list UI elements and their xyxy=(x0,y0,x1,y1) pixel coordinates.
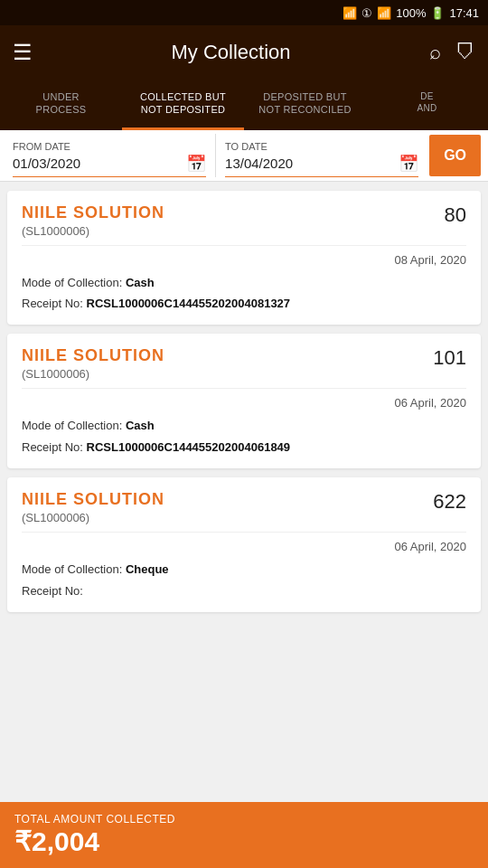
card-mode: Mode of Collection: Cheque xyxy=(22,559,466,580)
status-bar: 📶 ① 📶 100% 🔋 17:41 xyxy=(0,0,488,25)
card-amount: 101 xyxy=(433,346,466,370)
total-label: TOTAL AMOUNT COLLECTED xyxy=(14,813,474,826)
card-amount: 80 xyxy=(445,203,466,227)
date-divider xyxy=(215,134,216,177)
tab-under-process-label: UNDERPROCESS xyxy=(36,91,87,115)
card-date: 06 April, 2020 xyxy=(22,540,466,553)
sim-icon: ① xyxy=(361,6,372,20)
mode-value: Cash xyxy=(126,276,155,289)
card-receipt: Receipt No: RCSL1000006C1444552020040618… xyxy=(22,437,466,458)
filter-button[interactable]: ⛉ xyxy=(455,41,475,64)
from-date-input-row: 01/03/2020 📅 xyxy=(13,154,206,177)
footer-total: TOTAL AMOUNT COLLECTED ₹2,004 xyxy=(0,802,488,868)
time-display: 17:41 xyxy=(449,6,479,20)
search-icon: ⌕ xyxy=(429,41,441,63)
receipt-value: RCSL1000006C144455202004081327 xyxy=(87,297,291,310)
battery-icon: 🔋 xyxy=(430,6,445,20)
from-date-calendar-icon[interactable]: 📅 xyxy=(186,154,206,174)
to-date-input-row: 13/04/2020 📅 xyxy=(225,154,418,177)
card-mode: Mode of Collection: Cash xyxy=(22,272,466,293)
tab-collected-not-deposited[interactable]: COLLECTED BUTNOT DEPOSITED xyxy=(122,80,244,130)
from-date-group: FROM DATE 01/03/2020 📅 xyxy=(7,130,211,181)
collection-card: NIILE SOLUTION (SL1000006) 80 08 April, … xyxy=(7,191,481,326)
go-button[interactable]: GO xyxy=(429,135,481,176)
filter-icon: ⛉ xyxy=(455,41,475,63)
collection-card: NIILE SOLUTION (SL1000006) 622 06 April,… xyxy=(7,477,481,612)
card-date: 06 April, 2020 xyxy=(22,396,466,410)
app-header: ☰ My Collection ⌕ ⛉ xyxy=(0,25,488,80)
to-date-calendar-icon[interactable]: 📅 xyxy=(399,154,418,174)
tab-bar: UNDERPROCESS COLLECTED BUTNOT DEPOSITED … xyxy=(0,80,488,130)
wifi-icon: 📶 xyxy=(343,6,357,20)
card-divider xyxy=(22,245,466,246)
hamburger-icon: ☰ xyxy=(13,40,33,64)
total-amount: ₹2,004 xyxy=(14,826,474,857)
tab-under-process[interactable]: UNDERPROCESS xyxy=(0,80,122,130)
header-actions: ⌕ ⛉ xyxy=(429,41,475,64)
collection-card: NIILE SOLUTION (SL1000006) 101 06 April,… xyxy=(7,334,481,468)
card-amount: 622 xyxy=(433,490,466,514)
tab-deposited-not-reconciled[interactable]: DEPOSITED BUTNOT RECONCILED xyxy=(244,80,366,130)
mode-value: Cheque xyxy=(126,562,169,576)
cards-list: NIILE SOLUTION (SL1000006) 80 08 April, … xyxy=(0,182,488,684)
tab-collected-label: COLLECTED BUTNOT DEPOSITED xyxy=(140,91,226,115)
signal-icon: 📶 xyxy=(377,6,391,20)
battery-text: 100% xyxy=(396,6,426,20)
card-header: NIILE SOLUTION (SL1000006) 101 xyxy=(22,346,466,381)
date-filter-bar: FROM DATE 01/03/2020 📅 TO DATE 13/04/202… xyxy=(0,130,488,182)
status-icons: 📶 ① 📶 100% 🔋 17:41 xyxy=(343,6,479,20)
from-date-label: FROM DATE xyxy=(13,134,206,154)
card-date: 08 April, 2020 xyxy=(22,253,466,267)
card-header: NIILE SOLUTION (SL1000006) 622 xyxy=(22,490,466,524)
company-name: NIILE SOLUTION xyxy=(22,346,164,365)
company-name: NIILE SOLUTION xyxy=(22,203,164,222)
card-divider xyxy=(22,532,466,533)
to-date-label: TO DATE xyxy=(225,134,418,154)
card-mode: Mode of Collection: Cash xyxy=(22,415,466,436)
page-title: My Collection xyxy=(33,41,429,64)
company-code: (SL1000006) xyxy=(22,224,164,238)
card-header: NIILE SOLUTION (SL1000006) 80 xyxy=(22,203,466,238)
card-divider xyxy=(22,388,466,389)
search-button[interactable]: ⌕ xyxy=(429,41,441,64)
to-date-group: TO DATE 13/04/2020 📅 xyxy=(220,130,424,181)
tab-de-and[interactable]: DEAND xyxy=(366,80,488,130)
card-receipt: Receipt No: xyxy=(22,580,466,601)
from-date-value[interactable]: 01/03/2020 xyxy=(13,156,186,171)
card-company-info: NIILE SOLUTION (SL1000006) xyxy=(22,490,164,524)
card-receipt: Receipt No: RCSL1000006C1444552020040813… xyxy=(22,293,466,314)
receipt-value: RCSL1000006C144455202004061849 xyxy=(87,440,291,454)
menu-button[interactable]: ☰ xyxy=(13,40,33,65)
company-code: (SL1000006) xyxy=(22,367,164,381)
tab-de-and-label: DEAND xyxy=(417,91,436,113)
card-company-info: NIILE SOLUTION (SL1000006) xyxy=(22,346,164,381)
mode-value: Cash xyxy=(126,419,155,432)
to-date-value[interactable]: 13/04/2020 xyxy=(225,156,399,171)
card-company-info: NIILE SOLUTION (SL1000006) xyxy=(22,203,164,238)
company-name: NIILE SOLUTION xyxy=(22,490,164,509)
company-code: (SL1000006) xyxy=(22,511,164,524)
tab-deposited-label: DEPOSITED BUTNOT RECONCILED xyxy=(258,91,351,115)
